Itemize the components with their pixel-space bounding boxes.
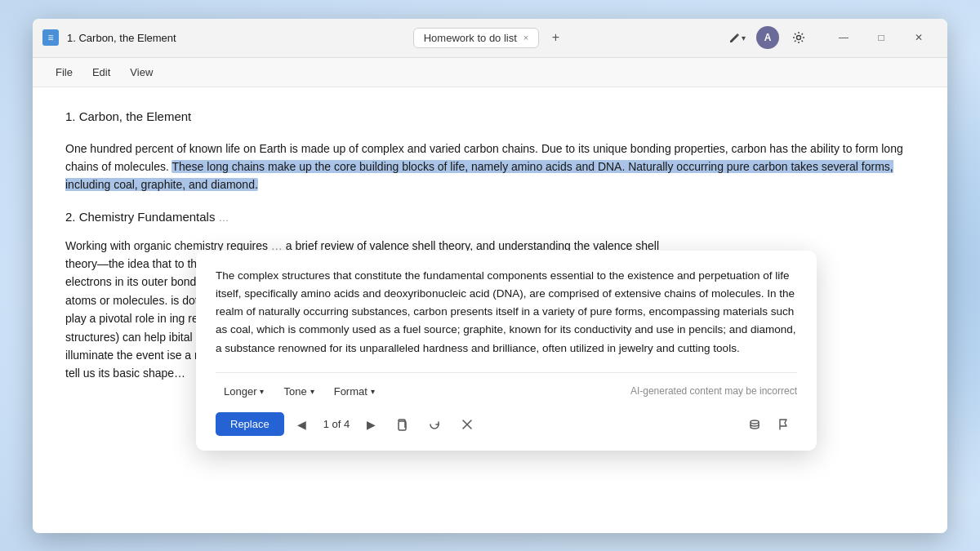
pen-tool-btn[interactable]: ▾ (724, 24, 750, 51)
ai-popup-actions: Replace ◀ 1 of 4 ▶ (216, 403, 797, 438)
app-window: 1. Carbon, the Element Homework to do li… (33, 19, 947, 533)
tab-homework[interactable]: Homework to do list × (413, 28, 540, 48)
ai-actions-right (742, 411, 797, 438)
content-area: 1. Carbon, the Element One hundred perce… (33, 87, 947, 533)
menu-bar: File Edit View (33, 58, 947, 87)
refresh-btn[interactable] (421, 411, 448, 438)
minimize-btn[interactable]: — (825, 24, 862, 51)
tone-label: Tone (283, 385, 306, 398)
menu-edit[interactable]: Edit (82, 63, 120, 82)
format-chevron-icon: ▾ (371, 387, 375, 396)
tab-close-btn[interactable]: × (523, 33, 528, 42)
ai-popup-toolbar: Longer ▾ Tone ▾ Format ▾ AI-generated co… (216, 372, 797, 402)
window-controls: — □ ✕ (825, 24, 938, 51)
svg-point-2 (751, 420, 759, 424)
section2-heading: 2. Chemistry Fundamentals … (65, 207, 915, 227)
app-icon (42, 29, 59, 46)
tone-chevron-icon: ▾ (310, 387, 314, 396)
title-bar-right: ▾ A — □ ✕ (567, 24, 938, 51)
ai-disclaimer: AI-generated content may be incorrect (630, 385, 797, 397)
settings-btn[interactable] (786, 24, 812, 51)
longer-dropdown[interactable]: Longer ▾ (216, 381, 272, 402)
stack-icon-btn[interactable] (742, 411, 768, 438)
title-bar: 1. Carbon, the Element Homework to do li… (33, 19, 947, 58)
nav-prev-btn[interactable]: ◀ (291, 413, 314, 436)
tab-label: Homework to do list (424, 32, 517, 44)
copy-btn[interactable] (389, 411, 415, 438)
ai-popup: The complex structures that constitute t… (196, 251, 817, 451)
ai-toolbar-left: Longer ▾ Tone ▾ Format ▾ (216, 381, 383, 402)
user-avatar[interactable]: A (756, 26, 779, 49)
format-dropdown[interactable]: Format ▾ (326, 381, 383, 402)
nav-counter: 1 of 4 (320, 418, 354, 430)
flag-icon-btn[interactable] (771, 411, 797, 438)
menu-view[interactable]: View (120, 63, 163, 82)
tab-add-btn[interactable]: + (544, 26, 567, 49)
doc-title: 1. Carbon, the Element (65, 107, 915, 127)
title-bar-left: 1. Carbon, the Element (42, 29, 413, 46)
maximize-btn[interactable]: □ (862, 24, 900, 51)
para1-highlight: These long chains make up the core build… (65, 160, 893, 191)
replace-button[interactable]: Replace (216, 412, 284, 436)
close-popup-btn[interactable] (454, 411, 480, 438)
menu-items: File Edit View (46, 63, 163, 82)
svg-point-0 (797, 36, 801, 40)
title-bar-center: Homework to do list × + (413, 26, 568, 49)
doc-para-1: One hundred percent of known life on Ear… (65, 140, 915, 194)
nav-next-btn[interactable]: ▶ (359, 413, 382, 436)
close-btn[interactable]: ✕ (900, 24, 938, 51)
longer-chevron-icon: ▾ (260, 387, 264, 396)
tone-dropdown[interactable]: Tone ▾ (275, 381, 322, 402)
window-title: 1. Carbon, the Element (67, 32, 176, 44)
format-label: Format (334, 385, 368, 398)
menu-file[interactable]: File (46, 63, 82, 82)
ai-popup-text: The complex structures that constitute t… (216, 267, 797, 358)
longer-label: Longer (224, 385, 256, 398)
